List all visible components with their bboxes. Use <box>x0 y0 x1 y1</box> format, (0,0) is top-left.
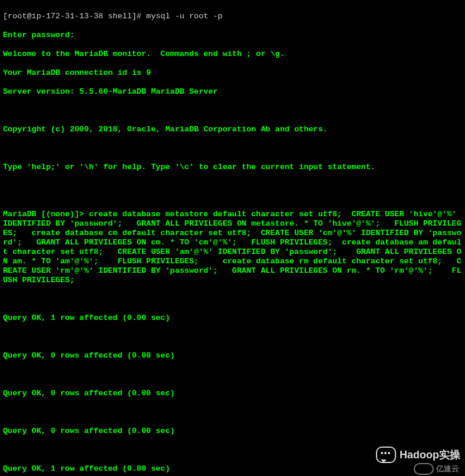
wechat-label: Hadoop实操 <box>400 450 460 460</box>
output-line: Server version: 5.5.60-MariaDB MariaDB S… <box>3 87 462 97</box>
output-line: Enter password: <box>3 31 462 40</box>
shell-prompt-line: [root@ip-172-31-13-38 shell]# mysql -u r… <box>3 12 462 21</box>
query-result-line <box>3 332 462 342</box>
query-result-line: Query OK, 0 rows affected (0.00 sec) <box>3 427 462 436</box>
query-result-line: Query OK, 0 rows affected (0.00 sec) <box>3 351 462 361</box>
output-line: Type 'help;' or '\h' for help. Type '\c'… <box>3 163 462 172</box>
query-result-line <box>3 408 462 417</box>
output-line: Copyright (c) 2000, 2018, Oracle, MariaD… <box>3 125 462 134</box>
query-result-line <box>3 370 462 379</box>
query-result-line: Query OK, 0 rows affected (0.00 sec) <box>3 389 462 398</box>
cloud-label: 亿速云 <box>436 464 459 474</box>
blank-line <box>3 295 462 304</box>
watermark-cloud: 亿速云 <box>414 463 459 475</box>
sql-command-block: MariaDB [(none)]> create database metast… <box>3 210 462 285</box>
cloud-icon <box>414 463 434 475</box>
query-result-line: Query OK, 1 row affected (0.00 sec) <box>3 464 462 474</box>
output-line <box>3 181 462 191</box>
output-line <box>3 106 462 115</box>
watermark-wechat: Hadoop实操 <box>376 447 460 463</box>
terminal-output: [root@ip-172-31-13-38 shell]# mysql -u r… <box>0 0 465 476</box>
output-line <box>3 144 462 153</box>
query-result-line: Query OK, 1 row affected (0.00 sec) <box>3 313 462 323</box>
output-line: Your MariaDB connection id is 9 <box>3 68 462 78</box>
wechat-icon <box>376 447 396 463</box>
intro-block: Enter password: Welcome to the MariaDB m… <box>3 31 462 191</box>
output-line: Welcome to the MariaDB monitor. Commands… <box>3 49 462 59</box>
